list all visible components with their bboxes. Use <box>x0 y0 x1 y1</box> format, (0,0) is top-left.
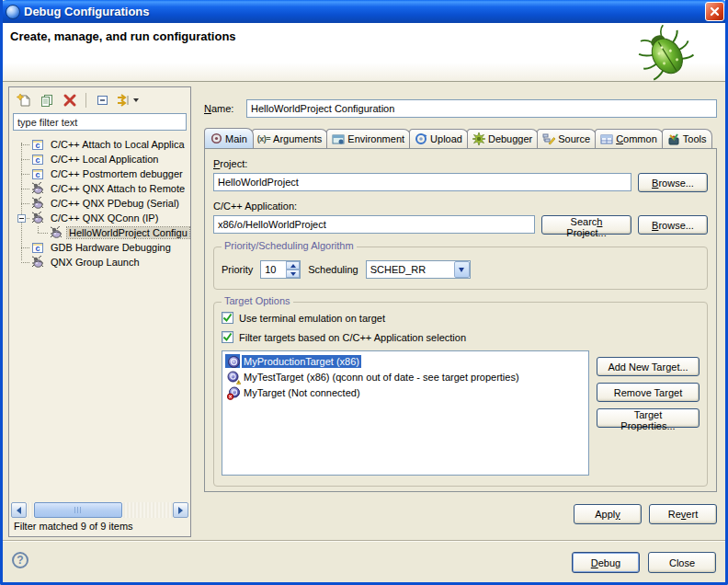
svg-text:c: c <box>35 244 40 253</box>
main-tab-icon <box>210 132 222 145</box>
revert-button[interactable]: Revert <box>649 504 717 524</box>
tab-main[interactable]: Main <box>204 128 254 148</box>
tab-environment[interactable]: Environment <box>326 129 411 148</box>
svg-text:c: c <box>35 170 40 179</box>
tab-label: Tools <box>683 133 707 144</box>
tab-label: Arguments <box>273 133 322 144</box>
target-item-production[interactable]: MyProductionTarget (x86) <box>222 353 588 369</box>
tab-label: Main <box>225 133 247 144</box>
configurations-sidebar: c C/C++ Attach to Local Applica c C/C++ … <box>8 86 191 537</box>
filter-launch-configurations-icon[interactable] <box>116 93 139 108</box>
tree-item-gdb-hardware[interactable]: c GDB Hardware Debugging <box>9 240 190 255</box>
target-item-mytarget[interactable]: MyTarget (Not connected) <box>222 384 588 400</box>
scrollbar-track[interactable] <box>27 502 173 518</box>
apply-button[interactable]: Apply <box>574 504 642 524</box>
target-item-label: MyTestTarget (x86) (qconn out of date - … <box>242 371 521 384</box>
tree-item-postmortem[interactable]: c C/C++ Postmortem debugger <box>9 166 190 181</box>
priority-label: Priority <box>222 264 253 275</box>
collapse-all-icon[interactable] <box>93 91 111 109</box>
application-browse-button[interactable]: Browse... <box>638 215 708 235</box>
tree-item-label: QNX Group Launch <box>49 257 142 268</box>
tab-label: Common <box>616 133 657 144</box>
c-badge-icon: c <box>31 167 46 180</box>
tree-item-qnx-group-launch[interactable]: QNX Group Launch <box>9 255 190 270</box>
target-properties-button[interactable]: Target Properties... <box>597 408 700 428</box>
name-label: Name: <box>204 103 239 114</box>
target-options-group: Target Options Use terminal emulation on… <box>213 302 708 487</box>
title-bar: Debug Configurations <box>0 0 728 23</box>
configurations-tree: c C/C++ Attach to Local Applica c C/C++ … <box>9 133 190 501</box>
tab-bar: Main (x)= Arguments Environment Upload <box>204 128 717 148</box>
qnx-bug-icon <box>31 256 46 269</box>
scheduling-dropdown[interactable]: SCHED_RR <box>366 260 471 279</box>
tab-label: Environment <box>347 133 404 144</box>
tab-common[interactable]: Common <box>595 129 664 148</box>
terminal-emulation-checkbox[interactable] <box>222 312 233 324</box>
add-new-target-button[interactable]: Add New Target... <box>597 357 700 376</box>
application-input[interactable] <box>213 215 535 234</box>
target-list: MyProductionTarget (x86) MyTestTarget (x… <box>222 350 589 476</box>
tab-debugger[interactable]: Debugger <box>467 129 539 148</box>
scheduling-label: Scheduling <box>308 264 358 275</box>
environment-tab-icon <box>332 132 345 145</box>
tree-item-qnx-attach-remote[interactable]: C/C++ QNX Attach to Remote <box>9 181 190 196</box>
priority-scheduling-group: Priority/Scheduling Algorithm Priority 1… <box>213 247 708 290</box>
common-tab-icon <box>600 132 613 145</box>
tree-item-qnx-qconn[interactable]: C/C++ QNX QConn (IP) <box>9 211 190 225</box>
configuration-form: Name: Main (x)= Arguments Environment <box>204 99 717 524</box>
scroll-right-icon[interactable] <box>173 502 188 518</box>
tab-source[interactable]: Source <box>537 129 597 148</box>
debug-button[interactable]: Debug <box>572 552 640 573</box>
duplicate-configuration-icon[interactable] <box>38 91 56 109</box>
target-item-test[interactable]: MyTestTarget (x86) (qconn out of date - … <box>222 369 588 384</box>
project-input[interactable] <box>213 173 631 191</box>
tree-item-attach-local[interactable]: c C/C++ Attach to Local Applica <box>9 137 190 152</box>
delete-configuration-icon[interactable] <box>61 91 79 109</box>
close-button[interactable]: Close <box>648 552 716 573</box>
target-group-title: Target Options <box>222 295 293 306</box>
target-disconnected-icon <box>225 385 240 399</box>
qnx-bug-icon <box>31 212 46 224</box>
window-icon <box>6 5 20 19</box>
tab-label: Upload <box>430 133 462 144</box>
new-configuration-icon[interactable] <box>15 91 33 109</box>
scrollbar-thumb[interactable] <box>34 502 122 518</box>
sidebar-toolbar <box>9 87 190 112</box>
target-item-label: MyProductionTarget (x86) <box>242 355 361 368</box>
tab-upload[interactable]: Upload <box>409 129 469 148</box>
svg-text:c: c <box>35 141 40 150</box>
chevron-down-icon[interactable] <box>454 261 470 278</box>
source-tab-icon <box>542 132 555 145</box>
priority-spinner[interactable]: 10 <box>260 260 301 279</box>
header-title: Create, manage, and run configurations <box>10 29 236 43</box>
spinner-down-icon[interactable] <box>286 270 300 278</box>
scroll-left-icon[interactable] <box>11 502 27 518</box>
tools-tab-icon <box>667 132 680 145</box>
tree-item-qnx-pdebug[interactable]: C/C++ QNX PDebug (Serial) <box>9 196 190 211</box>
filter-targets-checkbox[interactable] <box>222 331 233 343</box>
collapse-node-icon[interactable] <box>17 214 26 223</box>
tree-item-label: C/C++ Attach to Local Applica <box>49 139 187 150</box>
help-icon[interactable]: ? <box>12 552 28 568</box>
scheduling-value: SCHED_RR <box>367 261 454 278</box>
tree-item-helloworld-config[interactable]: HelloWorldProject Configu <box>9 225 190 240</box>
tab-arguments[interactable]: (x)= Arguments <box>252 129 328 148</box>
tab-label: Debugger <box>488 133 532 144</box>
filter-targets-label: Filter targets based on C/C++ Applicatio… <box>239 332 466 343</box>
type-filter-input[interactable] <box>13 113 187 131</box>
tree-horizontal-scrollbar[interactable] <box>11 502 188 518</box>
remove-target-button[interactable]: Remove Target <box>597 383 700 402</box>
close-icon[interactable] <box>705 2 724 21</box>
tree-item-local-application[interactable]: c C/C++ Local Application <box>9 152 190 166</box>
svg-text:c: c <box>35 155 40 165</box>
tab-label: Source <box>558 133 590 144</box>
project-browse-button[interactable]: Browse... <box>638 173 708 192</box>
search-project-button[interactable]: Search Project... <box>541 215 631 235</box>
filter-status-text: Filter matched 9 of 9 items <box>9 518 190 536</box>
tab-tools[interactable]: Tools <box>662 129 713 148</box>
tree-item-label: C/C++ QNX PDebug (Serial) <box>49 198 181 209</box>
tree-item-label: GDB Hardware Debugging <box>49 242 173 253</box>
tree-item-label: C/C++ QNX QConn (IP) <box>49 212 160 224</box>
spinner-up-icon[interactable] <box>286 261 300 270</box>
name-input[interactable] <box>246 99 717 118</box>
